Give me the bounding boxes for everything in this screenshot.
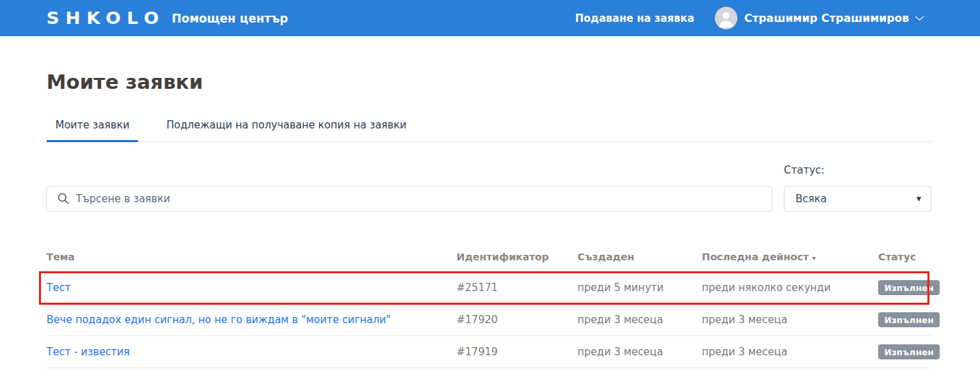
table-header: Тема Идентификатор Създаден Последна дей… [46,242,931,272]
table-row: Тест#25171преди 5 минутипреди няколко се… [46,272,931,304]
status-filter-label: Статус: [784,164,931,176]
ticket-last-activity: преди 3 месеца [702,314,878,326]
status-badge: Изпълнен [878,312,940,327]
ticket-subject-cell: Вече подадох един сигнал, но не го вижда… [46,314,457,326]
status-selected-value: Всяка [795,193,827,205]
ticket-status-cell: Изпълнен [878,312,940,327]
ticket-created: преди 5 минути [577,281,702,294]
ticket-last-activity: преди няколко секунди [702,281,878,294]
table-row: Вече подадох един сигнал, но не го вижда… [46,304,931,336]
column-header-id[interactable]: Идентификатор [457,251,577,262]
ticket-subject-link[interactable]: Вече подадох един сигнал, но не го вижда… [46,314,391,326]
tab-ccd-requests[interactable]: Подлежащи на получаване копия на заявки [157,111,415,141]
column-header-status[interactable]: Статус [878,251,931,262]
caret-down-icon: ▼ [916,196,921,202]
column-header-last-activity-label: Последна дейност [702,251,808,262]
ticket-created: преди 3 месеца [577,346,702,358]
ticket-created: преди 3 месеца [577,314,702,326]
user-menu[interactable]: Страшимир Страшимиров [744,12,924,25]
ticket-id: #17920 [457,314,577,326]
app-header: SHKOLO Помощен център Подаване на заявка… [0,0,980,36]
sort-caret-icon: ▾ [812,254,815,262]
status-filter-select[interactable]: Всяка ▼ [784,186,931,212]
ticket-id: #17919 [457,346,577,358]
ticket-id: #25171 [457,281,577,294]
header-right: Подаване на заявка Страшимир Страшимиров [575,7,924,29]
column-header-created[interactable]: Създаден [577,251,702,262]
submit-request-link[interactable]: Подаване на заявка [575,12,694,25]
column-header-last-activity[interactable]: Последна дейност▾ [702,251,878,262]
person-icon [715,7,737,29]
status-badge: Изпълнен [878,344,940,359]
ticket-subject-link[interactable]: Тест - известия [46,346,130,358]
ticket-status-cell: Изпълнен [878,344,940,359]
table-row: Тест - известия#17919преди 3 месецапреди… [46,336,931,368]
shkolo-logo[interactable]: SHKOLO [46,10,165,27]
status-filter: Статус: Всяка ▼ [784,164,931,212]
ticket-subject-cell: Тест - известия [46,346,457,358]
search-box [46,186,772,212]
ticket-status-cell: Изпълнен [878,280,940,295]
tabs-bar: Моите заявки Подлежащи на получаване коп… [46,111,931,142]
page-title: Моите заявки [46,70,931,94]
status-badge: Изпълнен [878,280,940,295]
user-name: Страшимир Страшимиров [744,12,909,25]
header-left: SHKOLO Помощен център [46,10,288,27]
ticket-last-activity: преди 3 месеца [702,346,878,358]
tab-my-requests[interactable]: Моите заявки [46,111,138,141]
ticket-subject-link[interactable]: Тест [46,281,70,294]
table-body: Тест#25171преди 5 минутипреди няколко се… [46,272,931,368]
avatar[interactable] [715,7,737,29]
requests-table: Тема Идентификатор Създаден Последна дей… [46,242,931,368]
search-icon [57,193,69,204]
main-content: Моите заявки Моите заявки Подлежащи на п… [0,70,980,368]
column-header-subject[interactable]: Тема [46,251,457,262]
help-center-title[interactable]: Помощен център [172,12,288,25]
search-input[interactable] [46,186,772,212]
ticket-subject-cell: Тест [46,281,457,294]
filter-row: Статус: Всяка ▼ [46,164,931,212]
chevron-down-icon [915,16,924,21]
